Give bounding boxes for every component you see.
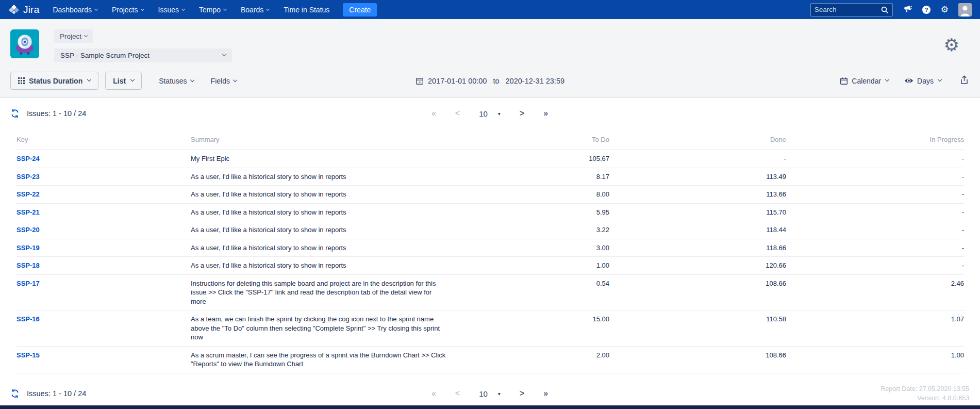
calendar-type-dropdown[interactable]: Calendar	[840, 77, 889, 85]
page-size-dropdown[interactable]: 10 ▾	[479, 389, 501, 398]
done-value-cell: 118.66	[609, 243, 786, 253]
table-row: SSP-20 As a user, I'd like a historical …	[16, 221, 964, 239]
first-page-button[interactable]: «	[431, 109, 436, 118]
done-value-cell: 113.49	[609, 172, 786, 182]
jira-logo-icon	[8, 4, 20, 15]
statuses-dropdown[interactable]: Statuses	[159, 77, 193, 85]
issue-summary-cell: Instructions for deleting this sample bo…	[191, 279, 459, 306]
issue-key-link[interactable]: SSP-17	[16, 280, 40, 287]
column-header-inprogress: In Progress	[786, 136, 964, 143]
last-page-button[interactable]: »	[543, 389, 548, 398]
prev-page-button[interactable]: <	[455, 109, 460, 118]
chevron-down-icon	[885, 77, 889, 81]
refresh-icon[interactable]	[10, 109, 20, 118]
table-row: SSP-23 As a user, I'd like a historical …	[16, 168, 964, 186]
jira-brand[interactable]: Jira	[8, 4, 39, 15]
search-input[interactable]	[815, 6, 881, 13]
issue-key-cell: SSP-18	[16, 261, 191, 270]
search-icon[interactable]	[881, 6, 889, 14]
date-range-picker[interactable]: 2017-01-01 00:00 to 2020-12-31 23:59	[416, 77, 564, 85]
table-row: SSP-17 Instructions for deleting this sa…	[16, 275, 964, 311]
done-value-cell: 120.66	[609, 261, 786, 270]
issue-key-cell: SSP-15	[16, 351, 191, 360]
nav-item-boards[interactable]: Boards	[241, 6, 269, 14]
chevron-down-icon	[130, 77, 135, 81]
done-value-cell: 118.44	[609, 225, 786, 235]
issue-key-link[interactable]: SSP-20	[16, 226, 40, 234]
page-size-dropdown[interactable]: 10 ▾	[479, 109, 501, 118]
column-header-summary: Summary	[191, 136, 531, 143]
issue-key-link[interactable]: SSP-19	[16, 244, 40, 252]
project-scope-button[interactable]: Project	[54, 29, 93, 43]
refresh-icon[interactable]	[10, 389, 20, 398]
search-box	[810, 3, 893, 17]
nav-item-time-in-status[interactable]: Time in Status	[284, 6, 329, 14]
chevron-down-icon	[222, 52, 226, 56]
top-navbar: Jira Dashboards Projects Issues Tempo Bo…	[0, 0, 980, 19]
primary-nav: Dashboards Projects Issues Tempo Boards …	[53, 6, 329, 14]
chevron-down-icon	[87, 77, 91, 81]
issue-key-cell: SSP-19	[16, 243, 191, 253]
table-row: SSP-22 As a user, I'd like a historical …	[16, 186, 964, 204]
nav-item-dashboards[interactable]: Dashboards	[53, 6, 97, 14]
prev-page-button[interactable]: <	[455, 389, 460, 398]
user-avatar[interactable]	[958, 3, 972, 17]
done-value-cell: 108.66	[609, 279, 786, 288]
inprogress-value-cell: 1.07	[786, 315, 964, 324]
chevron-down-icon	[84, 34, 88, 37]
issue-key-link[interactable]: SSP-16	[16, 315, 40, 323]
project-header: Project SSP - Sample Scrum Project ⚙	[0, 19, 980, 72]
project-select[interactable]: SSP - Sample Scrum Project	[54, 48, 232, 62]
inprogress-value-cell: -	[786, 243, 964, 253]
settings-gear-icon[interactable]: ⚙	[944, 36, 959, 54]
issue-key-cell: SSP-22	[16, 190, 191, 199]
project-avatar	[10, 29, 39, 58]
report-toolbar: Status Duration List Statuses Fields 201…	[0, 72, 980, 98]
issue-key-link[interactable]: SSP-24	[16, 155, 40, 162]
table-row: SSP-21 As a user, I'd like a historical …	[16, 204, 964, 222]
inprogress-value-cell: -	[786, 225, 964, 235]
table-row: SSP-19 As a user, I'd like a historical …	[16, 239, 964, 257]
issue-key-link[interactable]: SSP-22	[16, 190, 40, 198]
issue-key-link[interactable]: SSP-21	[16, 208, 40, 216]
issue-summary-cell: As a user, I'd like a historical story t…	[191, 225, 459, 235]
version-label: Version: 4.8.0.653	[881, 394, 969, 403]
export-icon[interactable]	[959, 74, 970, 87]
issues-count-label: Issues: 1 - 10 / 24	[27, 389, 86, 398]
chevron-down-icon	[266, 7, 270, 11]
issue-summary-cell: As a user, I'd like a historical story t…	[191, 261, 459, 270]
last-page-button[interactable]: »	[543, 109, 548, 118]
nav-item-tempo[interactable]: Tempo	[199, 6, 226, 14]
todo-value-cell: 3.00	[531, 243, 609, 253]
issue-key-cell: SSP-20	[16, 225, 191, 235]
issue-summary-cell: As a user, I'd like a historical story t…	[191, 208, 459, 217]
gear-icon[interactable]: ⚙	[941, 5, 949, 14]
nav-item-projects[interactable]: Projects	[112, 6, 144, 14]
help-icon[interactable]: ?	[922, 5, 931, 14]
announcements-icon[interactable]	[903, 5, 912, 14]
view-mode-button[interactable]: List	[105, 72, 142, 90]
issue-key-link[interactable]: SSP-15	[16, 351, 40, 359]
report-type-button[interactable]: Status Duration	[10, 72, 98, 90]
column-header-todo: To Do	[531, 136, 609, 143]
caret-down-icon: ▾	[498, 111, 501, 117]
first-page-button[interactable]: «	[431, 389, 436, 398]
issue-key-link[interactable]: SSP-18	[16, 261, 40, 269]
unit-dropdown[interactable]: Days	[904, 77, 941, 85]
table-row: SSP-24 My First Epic 105.67 - -	[16, 150, 964, 168]
issue-summary-cell: As a scrum master, I can see the progres…	[191, 351, 459, 369]
next-page-button[interactable]: >	[520, 109, 524, 118]
next-page-button[interactable]: >	[520, 389, 524, 398]
chevron-down-icon	[223, 7, 227, 11]
fields-dropdown[interactable]: Fields	[211, 77, 237, 85]
navbar-right: ? ⚙	[810, 3, 972, 17]
chevron-down-icon	[181, 7, 185, 11]
issue-table-body: SSP-24 My First Epic 105.67 - - SSP-23 A…	[16, 150, 964, 373]
issue-key-cell: SSP-21	[16, 208, 191, 217]
inprogress-value-cell: -	[786, 172, 964, 182]
nav-item-issues[interactable]: Issues	[158, 6, 185, 14]
inprogress-value-cell: 1.00	[786, 351, 964, 360]
create-button[interactable]: Create	[343, 3, 377, 17]
grid-icon	[18, 77, 25, 84]
issue-key-link[interactable]: SSP-23	[16, 173, 40, 181]
